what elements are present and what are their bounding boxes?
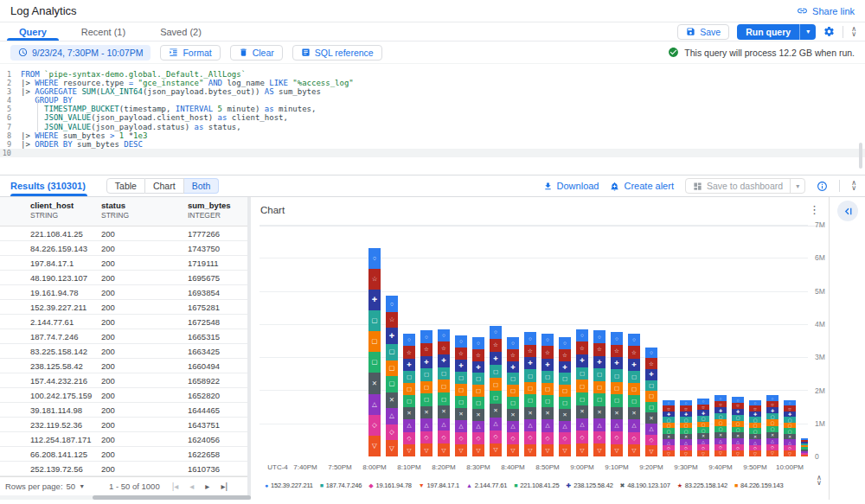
time-range-picker[interactable]: 9/23/24, 7:30PM - 10:07PM [10, 45, 151, 61]
bar-segment[interactable]: ▢ [766, 413, 778, 419]
bar-segment[interactable]: ▢ [593, 368, 606, 381]
bar-segment[interactable]: ◇ [455, 432, 467, 444]
bar-segment[interactable]: ✚ [420, 356, 432, 369]
bar-segment[interactable]: ✕ [593, 406, 606, 419]
bar-segment[interactable]: ▽ [645, 445, 657, 456]
bar-segment[interactable]: ▽ [784, 450, 796, 456]
bar-segment[interactable]: △ [490, 418, 502, 431]
bar-segment[interactable]: ▽ [507, 444, 519, 456]
bar-segment[interactable]: ◇ [611, 431, 623, 443]
bar-segment[interactable]: ✚ [628, 359, 640, 371]
legend-item[interactable]: ▼197.84.17.1 [419, 482, 459, 489]
bar-segment[interactable]: ▽ [559, 444, 571, 456]
bar-segment[interactable]: ○ [490, 326, 502, 339]
bar-segment[interactable]: ☆ [420, 343, 432, 356]
stacked-bar[interactable]: ○☆✚▢▢▢✕△◇▽ [403, 334, 415, 456]
bar-segment[interactable]: ◇ [645, 435, 657, 446]
bar-segment[interactable]: ▢ [576, 392, 588, 405]
bar-segment[interactable]: ✕ [420, 406, 432, 419]
bar-segment[interactable]: ◇ [438, 431, 450, 443]
bar-segment[interactable]: ✚ [645, 369, 657, 380]
bar-segment[interactable]: ○ [472, 337, 484, 349]
bar-segment[interactable]: ✕ [368, 373, 381, 393]
bar-segment[interactable]: ☆ [593, 343, 606, 356]
bar-segment[interactable]: ▢ [645, 402, 657, 413]
rows-per-page-control[interactable]: Rows per page: 50 ▼ [5, 482, 85, 491]
bar-segment[interactable]: ▢ [628, 371, 640, 383]
bar-segment[interactable]: ▢ [472, 385, 484, 397]
bar-segment[interactable]: ▢ [628, 383, 640, 395]
bar-segment[interactable]: △ [524, 419, 536, 431]
bar-segment[interactable]: ◇ [386, 424, 398, 441]
chart-scroll-toggle[interactable]: ∧∨ [817, 475, 822, 486]
bar-segment[interactable]: △ [438, 418, 450, 431]
bar-segment[interactable]: △ [455, 420, 467, 432]
bar-segment[interactable]: ○ [628, 334, 640, 346]
stacked-bar[interactable]: ○☆✚▢▢▢✕△◇▽ [438, 329, 450, 456]
bar-segment[interactable]: ▢ [368, 352, 381, 373]
bar-segment[interactable]: ▽ [732, 450, 744, 456]
bar-segment[interactable]: ☆ [714, 401, 727, 407]
bar-segment[interactable]: ▽ [524, 444, 536, 456]
bar-segment[interactable]: ☆ [611, 345, 623, 357]
bar-segment[interactable]: ✕ [628, 407, 640, 419]
bar-segment[interactable]: ▢ [559, 373, 571, 385]
bar-segment[interactable]: ✚ [766, 407, 778, 413]
bar-segment[interactable]: ✚ [576, 354, 588, 367]
bar-segment[interactable]: ▽ [611, 444, 623, 456]
bar-segment[interactable]: ▽ [680, 450, 692, 456]
bar-segment[interactable]: ▽ [472, 444, 484, 456]
bar-segment[interactable]: ▽ [455, 444, 467, 456]
stacked-bar[interactable]: ○☆✚▢▢▢✕△◇▽ [507, 337, 519, 456]
bar-segment[interactable]: △ [766, 438, 778, 444]
bar-segment[interactable]: ○ [593, 330, 606, 343]
bar-segment[interactable]: ▢ [455, 396, 467, 408]
bar-segment[interactable]: ▢ [472, 397, 484, 409]
tab-query[interactable]: Query [2, 22, 64, 41]
bar-segment[interactable]: △ [645, 424, 657, 435]
bar-segment[interactable]: ☆ [645, 358, 657, 369]
bar-segment[interactable]: ▢ [490, 391, 502, 404]
legend-item[interactable]: ■84.226.159.143 [734, 482, 783, 489]
stacked-bar[interactable]: ○☆✚▢▢▢✕△◇▽ [645, 348, 657, 456]
bar-segment[interactable]: ▽ [438, 443, 450, 456]
stacked-bar[interactable]: ○☆✚▢▢▢✕△◇▽ [766, 395, 778, 456]
last-page-icon[interactable]: ▸| [221, 482, 227, 491]
bar-segment[interactable]: ▢ [559, 385, 571, 397]
bar-segment[interactable]: ▢ [386, 360, 398, 377]
bar-segment[interactable]: ◇ [559, 432, 571, 444]
info-button[interactable] [817, 181, 828, 192]
bar-segment[interactable]: ▢ [576, 367, 588, 380]
bar-segment[interactable]: ○ [714, 395, 727, 401]
bar-segment[interactable]: ▢ [714, 413, 727, 419]
download-button[interactable]: Download [543, 181, 599, 191]
bar-segment[interactable]: ▽ [368, 436, 381, 456]
stacked-bar[interactable]: ○☆✚▢▢▢✕△◇▽ [593, 330, 606, 456]
bar-segment[interactable]: ◇ [403, 432, 415, 444]
bar-segment[interactable]: ✚ [507, 361, 519, 373]
bar-segment[interactable]: ▢ [611, 394, 623, 406]
stacked-bar[interactable]: ○☆✚▢▢▢✕△◇▽ [524, 332, 536, 456]
bar-segment[interactable]: ○ [576, 329, 588, 342]
tab-recent[interactable]: Recent (1) [64, 22, 143, 41]
bar-segment[interactable] [801, 455, 808, 456]
bar-segment[interactable]: ☆ [403, 346, 415, 358]
bar-segment[interactable]: △ [576, 418, 588, 431]
bar-segment[interactable]: ▽ [593, 443, 606, 456]
clear-button[interactable]: Clear [230, 45, 283, 61]
bar-segment[interactable]: ▢ [507, 385, 519, 397]
bar-segment[interactable]: ◇ [507, 432, 519, 444]
stacked-bar[interactable]: ○☆✚▢▢▢✕△◇▽ [663, 400, 675, 456]
bar-segment[interactable]: ▢ [420, 381, 432, 394]
next-page-icon[interactable]: ▸ [205, 482, 209, 491]
legend-item[interactable]: ✚238.125.58.42 [567, 482, 613, 489]
stacked-bar[interactable]: ○☆✚▢▢▢✕△◇▽ [386, 296, 398, 456]
bar-segment[interactable]: ◇ [766, 444, 778, 450]
editor-scrollbar[interactable] [859, 143, 862, 169]
bar-segment[interactable]: ✚ [455, 360, 467, 372]
stacked-bar[interactable]: ○☆✚▢▢▢✕△◇▽ [576, 329, 588, 456]
bar-segment[interactable]: ✕ [507, 409, 519, 421]
stacked-bar[interactable]: ○☆✚▢▢▢✕△◇▽ [472, 337, 484, 456]
bar-segment[interactable]: ▽ [420, 443, 432, 456]
table-hscrollbar[interactable] [0, 495, 247, 500]
